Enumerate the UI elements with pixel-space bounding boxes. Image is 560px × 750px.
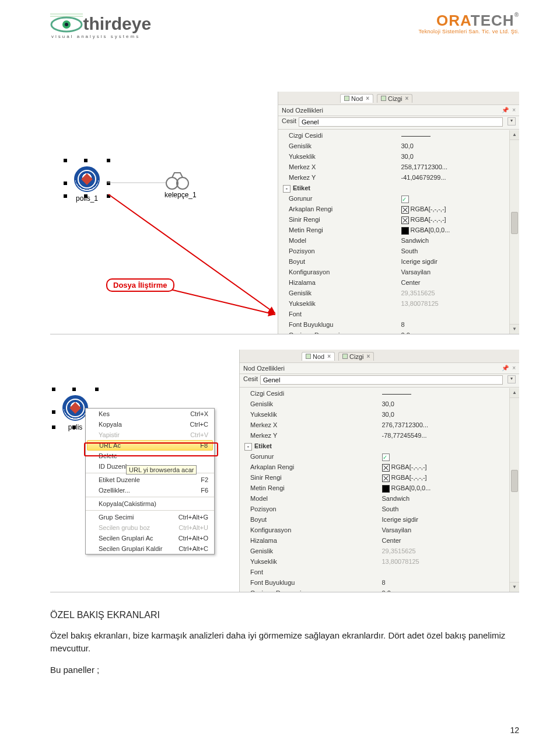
property-row[interactable]: -Etiket: [242, 441, 517, 451]
square-icon: [344, 96, 349, 101]
property-row[interactable]: Cevirme Derecesi0,0: [242, 588, 517, 592]
properties-table-2: Cizgi CesidiGenislik30,0Yukseklik30,0Mer…: [242, 388, 517, 592]
close-icon[interactable]: ×: [327, 353, 331, 360]
property-row[interactable]: Cizgi Cesidi: [281, 130, 517, 141]
property-row[interactable]: HizalamaCenter: [281, 277, 517, 288]
page-number: 12: [510, 725, 519, 735]
close-icon[interactable]: ×: [366, 353, 370, 360]
menu-item[interactable]: Secilen Gruplari KaldirCtrl+Alt+C: [86, 543, 214, 554]
expander-icon[interactable]: -: [283, 185, 290, 193]
property-row[interactable]: Merkez X276,73712300...: [242, 420, 517, 430]
property-row[interactable]: Genislik29,3515625: [242, 546, 517, 556]
tab-cizgi[interactable]: Cizgi×: [377, 94, 412, 103]
police-badge-icon[interactable]: [62, 395, 88, 421]
property-row[interactable]: Metin RengiRGBA[0,0,0...: [242, 483, 517, 493]
square-icon: [342, 354, 348, 359]
menu-item[interactable]: Delete: [86, 451, 214, 461]
property-row[interactable]: Font: [242, 567, 517, 577]
property-row[interactable]: Merkez X258,17712300...: [281, 162, 517, 172]
tab-cizgi-label: Cizgi: [388, 95, 402, 102]
property-row[interactable]: Merkez Y-41,04679299...: [281, 172, 517, 183]
property-row[interactable]: ModelSandwich: [242, 493, 517, 504]
cesit-input[interactable]: [299, 117, 503, 127]
property-row[interactable]: Gorunur: [281, 193, 517, 204]
tab-nod-label: Nod: [313, 353, 324, 360]
logo-thirdeye: thirdeye visual analysis systems: [50, 12, 190, 39]
svg-line-8: [108, 194, 275, 313]
graph-canvas-2[interactable]: polis KesCtrl+XKopyalaCtrl+CYapistirCtrl…: [50, 350, 239, 592]
paragraph-1: Özel bakış ekranları, bize karmaşık anal…: [50, 629, 519, 655]
scroll-up-icon[interactable]: ▲: [510, 130, 519, 140]
property-row[interactable]: Font Buyuklugu8: [242, 577, 517, 588]
close-icon[interactable]: ×: [405, 95, 408, 102]
property-row[interactable]: Sinir RengiRGBA[-,-,-,-]: [281, 214, 517, 225]
property-row[interactable]: Gorunur: [242, 451, 517, 462]
eye-icon: [50, 12, 83, 36]
property-row[interactable]: PozisyonSouth: [242, 504, 517, 514]
property-row[interactable]: Yukseklik30,0: [281, 151, 517, 162]
menu-item[interactable]: KesCtrl+X: [86, 409, 214, 419]
properties-panel: Nod× Cizgi× Nod Ozellikleri 📌× Cesit ▾ C…: [278, 92, 519, 334]
graph-canvas[interactable]: polis_1 kelepçe_1 Dosya İliştirme: [50, 92, 278, 334]
logo-right-sub: Teknoloji Sistemleri San. Tic. ve Ltd. Ş…: [419, 29, 519, 34]
scroll-up-icon[interactable]: ▲: [510, 388, 519, 398]
checkbox-icon[interactable]: [401, 196, 409, 203]
scrollbar[interactable]: ▲ ▼: [509, 130, 519, 334]
pin-icon[interactable]: 📌: [502, 107, 509, 114]
context-menu[interactable]: KesCtrl+XKopyalaCtrl+CYapistirCtrl+VURL …: [85, 408, 215, 554]
dropdown-caret-icon[interactable]: ▾: [508, 375, 516, 383]
dropdown-caret-icon[interactable]: ▾: [508, 117, 516, 125]
tab-nod[interactable]: Nod×: [340, 94, 373, 103]
property-row[interactable]: BoyutIcerige sigdir: [281, 256, 517, 267]
tab-nod[interactable]: Nod×: [302, 352, 335, 361]
scrollbar[interactable]: ▲ ▼: [509, 388, 519, 592]
screenshot-2: polis KesCtrl+XKopyalaCtrl+CYapistirCtrl…: [50, 350, 519, 592]
checkbox-icon[interactable]: [382, 454, 390, 461]
menu-item[interactable]: URL AcF8: [87, 440, 213, 451]
menu-item[interactable]: KopyalaCtrl+C: [86, 419, 214, 430]
menu-item[interactable]: Grup SecimiCtrl+Alt+G: [86, 512, 214, 522]
property-row[interactable]: Arkaplan RengiRGBA[-,-,-,-]: [281, 204, 517, 214]
close-icon[interactable]: ×: [366, 95, 369, 102]
close-icon[interactable]: ×: [512, 107, 516, 114]
property-row[interactable]: Cizgi Cesidi: [242, 388, 517, 399]
property-row[interactable]: Sinir RengiRGBA[-,-,-,-]: [242, 472, 517, 483]
logo-tech: TECH: [471, 12, 514, 29]
property-row[interactable]: Arkaplan RengiRGBA[-,-,-,-]: [242, 462, 517, 472]
logo-reg: ®: [514, 12, 519, 18]
property-row[interactable]: Metin RengiRGBA[0,0,0...: [281, 225, 517, 235]
property-row[interactable]: HizalamaCenter: [242, 535, 517, 546]
properties-panel-2: Nod× Cizgi× Nod Ozellikleri📌× Cesit ▾ Ci…: [239, 350, 519, 592]
property-row[interactable]: PozisyonSouth: [281, 246, 517, 256]
property-row[interactable]: -Etiket: [281, 183, 517, 193]
property-row[interactable]: Yukseklik13,80078125: [242, 556, 517, 567]
menu-item[interactable]: Kopyala(Cakistirma): [86, 498, 214, 509]
property-row[interactable]: Genislik30,0: [281, 141, 517, 151]
menu-item[interactable]: Ozellikler...F6: [86, 485, 214, 496]
menu-item[interactable]: Secilen Gruplari AcCtrl+Alt+O: [86, 533, 214, 543]
scroll-down-icon[interactable]: ▼: [510, 582, 519, 592]
property-row[interactable]: KonfigurasyonVarsayilan: [281, 267, 517, 277]
pin-icon[interactable]: 📌: [502, 365, 509, 372]
property-row[interactable]: Cevirme Derecesi0,0: [281, 330, 517, 334]
property-row[interactable]: Merkez Y-78,77245549...: [242, 430, 517, 441]
close-icon[interactable]: ×: [512, 365, 516, 372]
property-row[interactable]: Yukseklik13,80078125: [281, 298, 517, 309]
property-row[interactable]: KonfigurasyonVarsayilan: [242, 525, 517, 535]
property-row[interactable]: Font Buyuklugu8: [281, 319, 517, 330]
property-row[interactable]: Genislik30,0: [242, 399, 517, 409]
scroll-down-icon[interactable]: ▼: [510, 324, 519, 334]
menu-item[interactable]: Etiket DuzenleF2: [86, 475, 214, 485]
tab-cizgi[interactable]: Cizgi×: [338, 352, 374, 361]
expander-icon[interactable]: -: [244, 443, 252, 451]
cesit-input[interactable]: [260, 375, 503, 385]
property-row[interactable]: Genislik29,3515625: [281, 288, 517, 298]
property-row[interactable]: Yukseklik30,0: [242, 409, 517, 420]
menu-item: Secilen grubu bozCtrl+Alt+U: [86, 522, 214, 533]
property-row[interactable]: ModelSandwich: [281, 235, 517, 246]
properties-table: Cizgi CesidiGenislik30,0Yukseklik30,0Mer…: [281, 130, 517, 334]
property-row[interactable]: BoyutIcerige sigdir: [242, 514, 517, 525]
property-row[interactable]: Font: [281, 309, 517, 319]
scroll-thumb[interactable]: [511, 470, 518, 492]
scroll-thumb[interactable]: [511, 212, 518, 234]
